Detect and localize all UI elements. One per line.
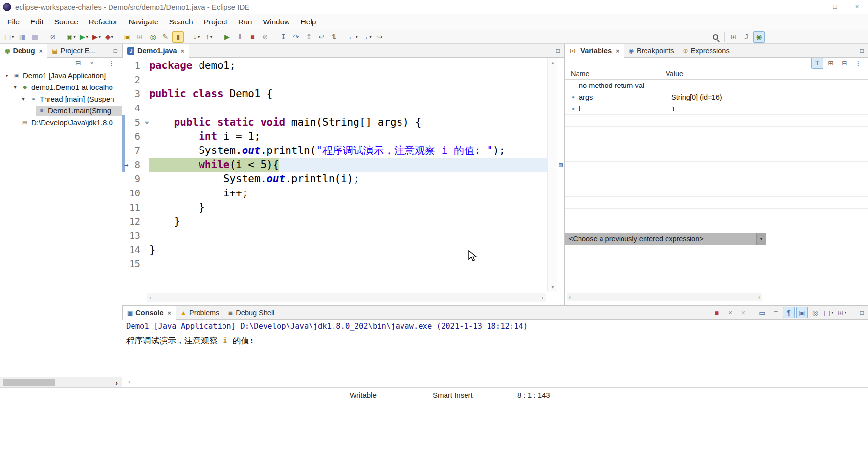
open-perspective-button[interactable]: ⊞ [728,31,739,43]
tree-item-d-develop-java-jdk1-8-0[interactable]: ▤D:\Develop\Java\jdk1.8.0 [0,116,122,128]
tab-breakpoints[interactable]: ◉Breakpoints [624,44,679,57]
menu-search[interactable]: Search [164,18,199,26]
variables-view-menu-button[interactable]: ⋮ [852,58,864,69]
scroll-right-icon[interactable]: › [758,294,760,300]
tree-item-demo1-java-application[interactable]: ▾▣Demo1 [Java Application] [0,69,122,81]
collapse-all-button[interactable]: ⊟ [839,58,850,69]
remove-all-launches-button[interactable]: × [737,307,749,318]
tab-debug-shell[interactable]: ≣Debug Shell [223,306,279,319]
show-on-output-button[interactable]: ▣ [796,307,808,318]
tab-problems[interactable]: ▲Problems [176,306,223,319]
menu-navigate[interactable]: Navigate [123,18,163,26]
maximize-view-button[interactable]: □ [556,47,560,54]
line-number[interactable]: 6 [122,129,147,144]
pin-console-button[interactable]: ◎ [809,307,821,318]
column-header-name[interactable]: Name [565,70,662,78]
quick-access-search-button[interactable] [710,31,721,43]
tree-item-thread-main-suspen[interactable]: ▾≈Thread [main] (Suspen [0,93,122,105]
minimize-view-button[interactable]: ─ [547,47,552,54]
close-icon[interactable]: × [181,47,185,55]
code-line-10[interactable]: i++; [149,186,547,200]
step-return-button[interactable]: ↥ [303,31,314,43]
menu-help[interactable]: Help [295,18,322,26]
collapse-all-button[interactable]: ⊟ [72,58,84,69]
variables-hscrollbar[interactable]: ‹ › [567,293,762,301]
chevron-down-icon[interactable]: ▾ [756,233,766,245]
debug-perspective-button[interactable]: ◉ [753,31,765,43]
remove-terminated-button[interactable]: × [86,58,98,69]
menu-refactor[interactable]: Refactor [84,18,123,26]
new-wizard-button[interactable]: ▤▾ [3,31,15,43]
show-logical-structure-button[interactable]: ⊞ [825,58,837,69]
code-line-11[interactable]: } [149,200,547,214]
tab-debug[interactable]: ◉Debug× [0,44,47,58]
column-header-value[interactable]: Value [662,70,683,78]
tab-project-e[interactable]: ▤Project E... [47,44,99,57]
terminate-console-button[interactable]: ■ [711,307,723,318]
line-number[interactable]: 10 [122,186,147,200]
close-icon[interactable]: × [616,47,620,55]
variable-row-i[interactable]: ●i1 [565,103,868,115]
open-element-button[interactable]: ✎ [159,31,171,43]
close-icon[interactable]: × [168,309,172,317]
maximize-view-button[interactable]: □ [860,47,864,54]
display-selected-console-button[interactable]: ▤▾ [823,307,835,318]
tab-demo1-java[interactable]: JDemo1.java× [122,44,189,58]
code-line-13[interactable] [149,229,547,243]
overview-ruler[interactable] [557,58,564,305]
line-number[interactable]: 1 [122,59,147,73]
window-maximize-button[interactable]: □ [824,0,846,14]
run-button[interactable]: ▶▾ [78,31,89,43]
run-external-tools-button[interactable]: ◆▾ [103,31,115,43]
window-close-button[interactable]: × [846,0,868,14]
line-number[interactable]: 15 [122,257,147,271]
line-number[interactable]: 3 [122,87,147,101]
code-line-7[interactable]: System.out.println("程序调试演示，注意观察 i 的值: ")… [149,144,547,158]
code-line-2[interactable] [149,73,547,87]
chevron-down-icon[interactable]: ▾ [3,73,11,78]
minimize-view-button[interactable]: ─ [105,47,109,54]
code-line-3[interactable]: public class Demo1 { [149,87,547,101]
fold-collapse-icon[interactable]: ⊖ [145,115,149,129]
window-minimize-button[interactable]: — [802,0,824,14]
variable-row-no-method-return-val[interactable]: →no method return val [565,80,868,91]
expression-combo[interactable]: <Choose a previously entered expression>… [565,233,766,245]
editor-vscrollbar[interactable]: ▴ ▾ [547,58,557,292]
terminate-button[interactable]: ■ [246,31,258,43]
chevron-down-icon[interactable]: ▾ [20,96,27,102]
previous-annotation-button[interactable]: ↑▾ [203,31,215,43]
code-line-1[interactable]: package demo1; [149,59,547,73]
code-line-4[interactable] [149,101,547,115]
step-over-button[interactable]: ↷ [290,31,302,43]
menu-project[interactable]: Project [199,18,233,26]
scroll-right-icon[interactable]: › [115,377,118,388]
new-java-project-button[interactable]: ▣ [121,31,133,43]
open-console-button[interactable]: ⊞▾ [836,307,848,318]
code-line-5[interactable]: public static void main(String[] args) { [149,115,547,129]
debug-view-menu-button[interactable]: ⋮ [106,58,118,69]
debug-button[interactable]: ◉▾ [65,31,77,43]
skip-all-breakpoints-button[interactable]: ⊘ [47,31,59,43]
line-number[interactable]: 4 [122,101,147,115]
new-class-button[interactable]: ◎ [147,31,158,43]
menu-source[interactable]: Source [49,18,84,26]
save-button[interactable]: ▦ [16,31,28,43]
code-line-14[interactable]: } [149,243,547,257]
close-icon[interactable]: × [39,47,43,55]
minimize-view-button[interactable]: ─ [851,309,855,316]
tree-item-demo1-demo1-at-localho[interactable]: ▾◆demo1.Demo1 at localho [0,81,122,93]
word-wrap-button[interactable]: ¶ [783,307,795,318]
scroll-right-icon[interactable]: › [541,294,543,301]
remove-launch-button[interactable]: × [724,307,736,318]
line-number[interactable]: 7 [122,144,147,158]
forward-button[interactable]: →▾ [360,31,373,43]
maximize-view-button[interactable]: □ [860,309,864,316]
code-line-6[interactable]: int i = 1; [149,129,547,144]
use-step-filters-button[interactable]: ⇅ [328,31,340,43]
menu-run[interactable]: Run [233,18,257,26]
editor-hscrollbar[interactable]: ‹ › [147,293,546,302]
line-number[interactable]: 2 [122,73,147,87]
coverage-button[interactable]: ▶▾ [90,31,102,43]
scroll-left-icon[interactable]: ‹ [569,294,571,300]
resume-button[interactable]: ▶ [221,31,233,43]
